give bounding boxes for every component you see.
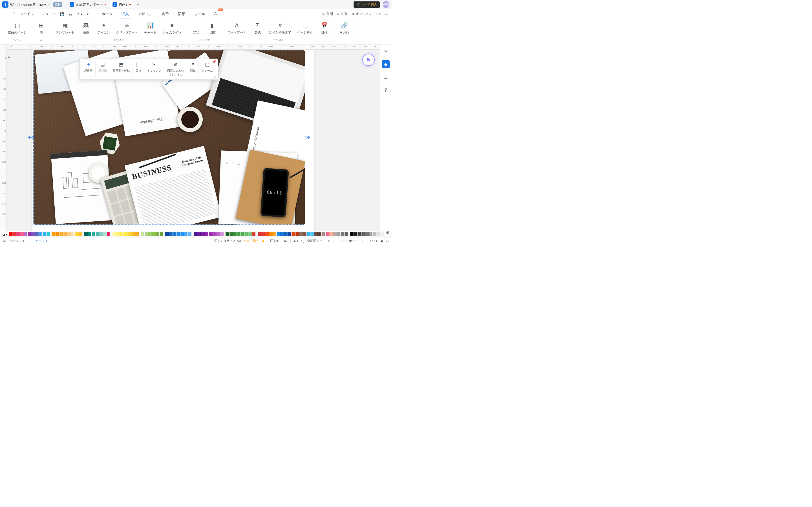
color-swatch[interactable] — [241, 232, 244, 236]
ribbon-記号と特殊文字[interactable]: #記号と特殊文字 — [269, 22, 291, 35]
color-swatch[interactable] — [88, 232, 91, 236]
layers-icon[interactable]: ◈ ▾ — [294, 239, 298, 243]
presentation-panel-button[interactable]: ▭ — [382, 73, 390, 81]
color-swatch[interactable] — [245, 232, 248, 236]
frame-button[interactable]: ▢フレーム — [199, 61, 216, 77]
color-swatch[interactable] — [60, 232, 63, 236]
document-tab-0[interactable]: ⟩ 食品業界レポート — [67, 1, 109, 8]
color-swatch[interactable] — [141, 232, 144, 236]
color-swatch[interactable] — [329, 232, 333, 236]
color-swatch[interactable] — [43, 232, 46, 236]
color-swatch[interactable] — [39, 232, 42, 236]
ribbon-アイコン[interactable]: ✦アイコン — [98, 22, 110, 35]
color-swatch[interactable] — [273, 232, 276, 236]
page-tab[interactable]: ページ-1 — [35, 239, 47, 243]
color-swatch[interactable] — [92, 232, 95, 236]
zoom-slider[interactable] — [342, 240, 358, 241]
ribbon-テンプレート[interactable]: ▦テンプレート — [56, 22, 74, 35]
fit-width-icon[interactable]: ⬚ — [386, 239, 389, 243]
color-swatch[interactable] — [31, 232, 35, 236]
color-swatch[interactable] — [258, 232, 261, 236]
color-swatch[interactable] — [220, 232, 223, 236]
menu-tab-tools[interactable]: ツール — [193, 9, 206, 19]
color-swatch[interactable] — [75, 232, 78, 236]
buy-now-link[interactable]: 今すぐ購入 — [244, 239, 259, 243]
color-swatch[interactable] — [225, 232, 229, 236]
zoom-in-button[interactable]: ＋ — [361, 239, 364, 243]
color-swatch[interactable] — [299, 232, 303, 236]
ribbon-ワードアート[interactable]: Aワードアート — [227, 22, 246, 35]
color-swatch[interactable] — [248, 232, 252, 236]
color-swatch[interactable] — [380, 232, 384, 236]
color-swatch[interactable] — [152, 232, 155, 236]
menu-tab-insert[interactable]: 挿入 — [120, 9, 130, 19]
replace-button[interactable]: ⬚置換 — [133, 61, 144, 77]
color-swatch[interactable] — [376, 232, 380, 236]
print-button[interactable]: 🖨 — [68, 11, 73, 17]
fullscreen-button[interactable]: 全画面モード — [307, 239, 326, 243]
color-swatch[interactable] — [96, 232, 99, 236]
color-swatch[interactable] — [63, 232, 67, 236]
redo-button[interactable]: ↷ — [52, 11, 57, 17]
back-button[interactable]: 〈 — [3, 10, 9, 17]
page-view-icon[interactable]: ▭ — [3, 239, 6, 243]
color-swatch[interactable] — [71, 232, 74, 236]
document-tab-1[interactable]: ⟩ 描画8 — [110, 1, 134, 8]
color-swatch[interactable] — [314, 232, 318, 236]
ribbon-画像[interactable]: 🖼画像 — [81, 22, 91, 35]
color-swatch[interactable] — [194, 232, 197, 236]
color-swatch[interactable] — [181, 232, 184, 236]
options-button[interactable]: ⚙オプション — [351, 11, 372, 16]
color-swatch[interactable] — [112, 232, 116, 236]
color-swatch[interactable] — [52, 232, 56, 236]
user-avatar[interactable]: 伊織 — [383, 1, 389, 8]
color-swatch[interactable] — [128, 232, 131, 236]
zoom-out-button[interactable]: − — [337, 239, 338, 243]
color-swatch[interactable] — [233, 232, 237, 236]
color-swatch[interactable] — [9, 232, 12, 236]
color-swatch[interactable] — [103, 232, 106, 236]
color-swatch[interactable] — [197, 232, 201, 236]
ai-draw-button[interactable]: ✦AI描画 — [82, 61, 96, 77]
color-swatch[interactable] — [84, 232, 88, 236]
expand-panel-button[interactable]: » — [8, 55, 10, 59]
color-swatch[interactable] — [333, 232, 337, 236]
crop-button[interactable]: ✂トリミング — [144, 61, 164, 77]
color-swatch[interactable] — [307, 232, 310, 236]
color-swatch[interactable] — [292, 232, 295, 236]
color-swatch[interactable] — [165, 232, 168, 236]
share-button[interactable]: ∞共有 — [337, 11, 347, 16]
ribbon-空白のページ[interactable]: ▢空白のページ — [8, 22, 27, 35]
collapse-ribbon-button[interactable]: ︿ — [385, 11, 388, 16]
file-menu[interactable]: ファイル — [19, 10, 35, 17]
color-swatch[interactable] — [12, 232, 16, 236]
color-swatch[interactable] — [188, 232, 191, 236]
ribbon-容器[interactable]: ⬚容器 — [191, 22, 201, 35]
color-swatch[interactable] — [284, 232, 288, 236]
color-swatch[interactable] — [116, 232, 119, 236]
color-swatch[interactable] — [28, 232, 31, 236]
menu-tab-shapes[interactable]: 図形 — [177, 9, 186, 19]
ribbon-タイムライン[interactable]: ≡タイムライン — [163, 22, 181, 35]
color-swatch[interactable] — [148, 232, 152, 236]
color-swatch[interactable] — [20, 232, 23, 236]
color-swatch[interactable] — [176, 232, 180, 236]
color-swatch[interactable] — [184, 232, 188, 236]
help-button[interactable]: ? ▾ — [376, 12, 381, 16]
menu-tab-design[interactable]: デザイン — [137, 9, 154, 19]
color-swatch[interactable] — [276, 232, 280, 236]
color-swatch[interactable] — [288, 232, 291, 236]
add-page-button[interactable]: ＋ — [28, 239, 31, 243]
pin-icon[interactable]: 📌 — [213, 60, 216, 63]
color-swatch[interactable] — [173, 232, 176, 236]
fit-page-icon[interactable]: ▣ — [380, 239, 383, 243]
color-swatch[interactable] — [269, 232, 272, 236]
color-swatch[interactable] — [79, 232, 82, 236]
page-select[interactable]: ページ-1 ▾ — [10, 239, 24, 243]
color-swatch[interactable] — [326, 232, 329, 236]
ribbon-クリップアート[interactable]: ☺クリップアート — [116, 22, 138, 35]
collapse-right-icon[interactable]: » — [382, 47, 390, 55]
color-swatch[interactable] — [99, 232, 103, 236]
color-swatch[interactable] — [252, 232, 255, 236]
color-swatch[interactable] — [209, 232, 212, 236]
